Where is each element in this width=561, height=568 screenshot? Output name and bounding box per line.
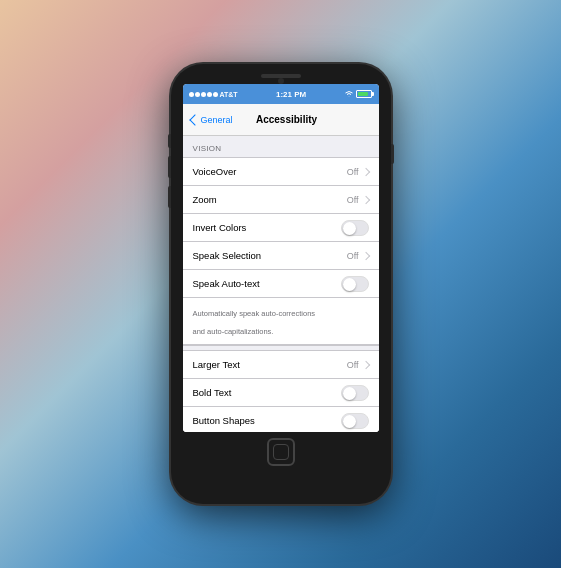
speak-autotext-label: Speak Auto-text [193, 278, 341, 289]
volume-up-button [168, 156, 171, 178]
speak-selection-value: Off [347, 251, 359, 261]
phone-frame: AT&T 1:21 PM General Accessibility [171, 64, 391, 504]
larger-text-label: Larger Text [193, 359, 347, 370]
more-settings-group: Larger Text Off Bold Text Button Shapes [183, 350, 379, 432]
bold-text-toggle-thumb [343, 387, 356, 400]
button-shapes-toggle[interactable] [341, 413, 369, 429]
back-chevron-icon [189, 114, 200, 125]
signal-icon [189, 92, 218, 97]
status-bar: AT&T 1:21 PM [183, 84, 379, 104]
bold-text-toggle[interactable] [341, 385, 369, 401]
speak-selection-chevron-icon [361, 251, 369, 259]
home-button[interactable] [267, 438, 295, 466]
button-shapes-row[interactable]: Button Shapes [183, 407, 379, 432]
speak-autotext-toggle-thumb [343, 278, 356, 291]
home-button-inner [273, 444, 289, 460]
power-button [391, 144, 394, 164]
voiceover-label: VoiceOver [193, 166, 347, 177]
invert-colors-row[interactable]: Invert Colors [183, 214, 379, 242]
battery-fill [358, 92, 368, 96]
nav-title: Accessibility [203, 114, 371, 125]
status-right [344, 90, 372, 98]
speak-autotext-row[interactable]: Speak Auto-text [183, 270, 379, 298]
volume-down-button [168, 186, 171, 208]
larger-text-row[interactable]: Larger Text Off [183, 351, 379, 379]
larger-text-value: Off [347, 360, 359, 370]
phone-camera [278, 78, 284, 84]
invert-colors-toggle-thumb [343, 222, 356, 235]
speak-selection-row[interactable]: Speak Selection Off [183, 242, 379, 270]
bold-text-row[interactable]: Bold Text [183, 379, 379, 407]
zoom-chevron-icon [361, 195, 369, 203]
status-left: AT&T [189, 91, 238, 98]
zoom-label: Zoom [193, 194, 347, 205]
bold-text-label: Bold Text [193, 387, 341, 398]
button-shapes-label: Button Shapes [193, 415, 341, 426]
button-shapes-toggle-thumb [343, 415, 356, 428]
invert-colors-toggle[interactable] [341, 220, 369, 236]
wifi-icon [344, 90, 354, 98]
mute-button [168, 134, 171, 148]
autotext-description-row: Automatically speak auto-correctionsand … [183, 298, 379, 345]
carrier-label: AT&T [220, 91, 238, 98]
battery-icon [356, 90, 372, 98]
larger-text-chevron-icon [361, 360, 369, 368]
invert-colors-label: Invert Colors [193, 222, 341, 233]
content-area: VISION VoiceOver Off Zoom Off Invert Col… [183, 136, 379, 432]
voiceover-value: Off [347, 167, 359, 177]
phone-screen: AT&T 1:21 PM General Accessibility [183, 84, 379, 432]
vision-section-header: VISION [183, 136, 379, 157]
nav-bar: General Accessibility [183, 104, 379, 136]
autotext-description-text: Automatically speak auto-correctionsand … [193, 309, 316, 336]
speak-autotext-toggle[interactable] [341, 276, 369, 292]
status-time: 1:21 PM [276, 90, 306, 99]
voiceover-chevron-icon [361, 167, 369, 175]
zoom-value: Off [347, 195, 359, 205]
vision-settings-group: VoiceOver Off Zoom Off Invert Colors [183, 157, 379, 346]
zoom-row[interactable]: Zoom Off [183, 186, 379, 214]
voiceover-row[interactable]: VoiceOver Off [183, 158, 379, 186]
speak-selection-label: Speak Selection [193, 250, 347, 261]
